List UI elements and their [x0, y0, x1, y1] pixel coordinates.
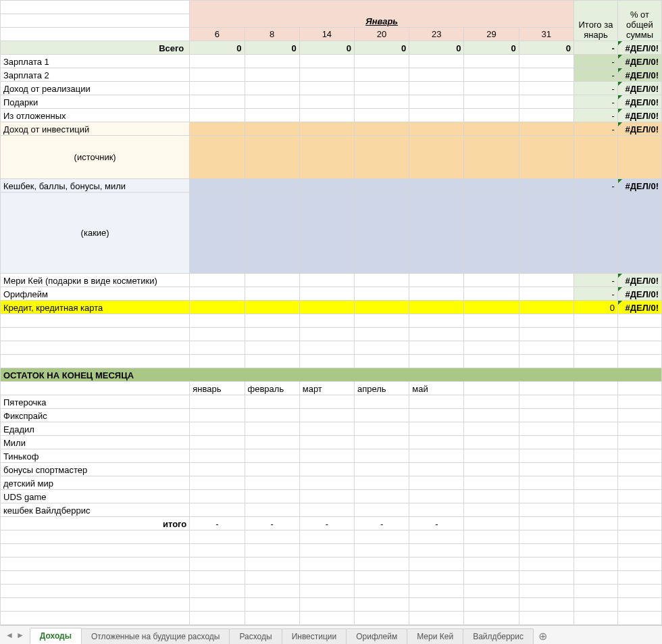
header-pct[interactable]: % от общей суммы [617, 1, 661, 41]
row-income[interactable]: Подарки - #ДЕЛ/0! [1, 95, 662, 109]
day-header[interactable]: 23 [409, 28, 464, 41]
row-cashback[interactable]: Кешбек, баллы, бонусы, мили - #ДЕЛ/0! [1, 179, 662, 193]
header-itogo[interactable]: Итого за янарь [574, 1, 617, 41]
row-credit[interactable]: Кредит, кредитная карта 0 #ДЕЛ/0! [1, 301, 662, 314]
balance-item-row[interactable]: Тинькоф [1, 449, 662, 463]
row-income[interactable]: Доход от реализации - #ДЕЛ/0! [1, 82, 662, 95]
spreadsheet-grid[interactable]: Январь Итого за янарь % от общей суммы 6… [0, 0, 662, 625]
sheet-tabs-bar: ◄ ► Доходы Отложенные на будущие расходы… [0, 625, 662, 644]
balance-months-row[interactable]: январь февраль март апрель май [1, 382, 662, 395]
day-header[interactable]: 6 [190, 28, 245, 41]
tab-prev-icon[interactable]: ◄ [5, 630, 14, 640]
balance-item-row[interactable]: Фикспрайс [1, 409, 662, 422]
day-header[interactable]: 14 [299, 28, 354, 41]
day-header[interactable]: 8 [245, 28, 299, 41]
balance-item-row[interactable]: Пятерочка [1, 395, 662, 409]
day-header[interactable]: 31 [519, 28, 574, 41]
row-investments-sub[interactable]: (источник) [1, 136, 662, 179]
row-investments[interactable]: Доход от инвестиций - #ДЕЛ/0! [1, 122, 662, 136]
month-title: Январь [193, 16, 571, 26]
tab-item[interactable]: Мери Кей [407, 628, 463, 644]
balance-item-row[interactable]: кешбек Вайлдберрис [1, 503, 662, 517]
row-total[interactable]: Всего 0 0 0 0 0 0 0 - #ДЕЛ/0! [1, 41, 662, 55]
tabs-nav: ◄ ► [0, 630, 30, 640]
add-sheet-icon[interactable]: ⊕ [533, 628, 553, 644]
balance-item-row[interactable]: бонусы спортмастер [1, 463, 662, 476]
tab-next-icon[interactable]: ► [16, 630, 24, 640]
cell[interactable] [1, 14, 190, 28]
row-income[interactable]: Из отложенных - #ДЕЛ/0! [1, 109, 662, 122]
sheet-tabs: Доходы Отложенные на будущие расходы Рас… [30, 626, 553, 644]
tab-active[interactable]: Доходы [30, 628, 82, 644]
balance-item-row[interactable]: UDS game [1, 490, 662, 503]
cell[interactable] [1, 28, 190, 41]
row-income[interactable]: Мери Кей (подарки в виде косметики) - #Д… [1, 274, 662, 287]
section-balance-header[interactable]: ОСТАТОК НА КОНЕЦ МЕСЯЦА [1, 368, 662, 382]
row-income[interactable]: Орифлейм - #ДЕЛ/0! [1, 287, 662, 301]
balance-item-row[interactable]: детский мир [1, 476, 662, 490]
tab-item[interactable]: Вайлдберрис [463, 628, 534, 644]
tab-item[interactable]: Расходы [229, 628, 282, 644]
cell[interactable] [1, 1, 190, 14]
tab-item[interactable]: Инвестиции [282, 628, 347, 644]
balance-item-row[interactable]: Едадил [1, 422, 662, 436]
label-vsego: Всего [1, 41, 190, 55]
day-header[interactable]: 20 [354, 28, 409, 41]
row-income[interactable]: Зарплата 2 - #ДЕЛ/0! [1, 68, 662, 82]
tab-item[interactable]: Отложенные на будущие расходы [81, 628, 230, 644]
row-income[interactable]: Зарплата 1 - #ДЕЛ/0! [1, 55, 662, 68]
balance-itogo-row[interactable]: итого - - - - - [1, 517, 662, 530]
row-cashback-sub[interactable]: (какие) [1, 193, 662, 274]
tab-item[interactable]: Орифлейм [346, 628, 407, 644]
balance-item-row[interactable]: Мили [1, 436, 662, 449]
day-header[interactable]: 29 [464, 28, 519, 41]
header-month-block[interactable]: Январь [190, 1, 574, 28]
